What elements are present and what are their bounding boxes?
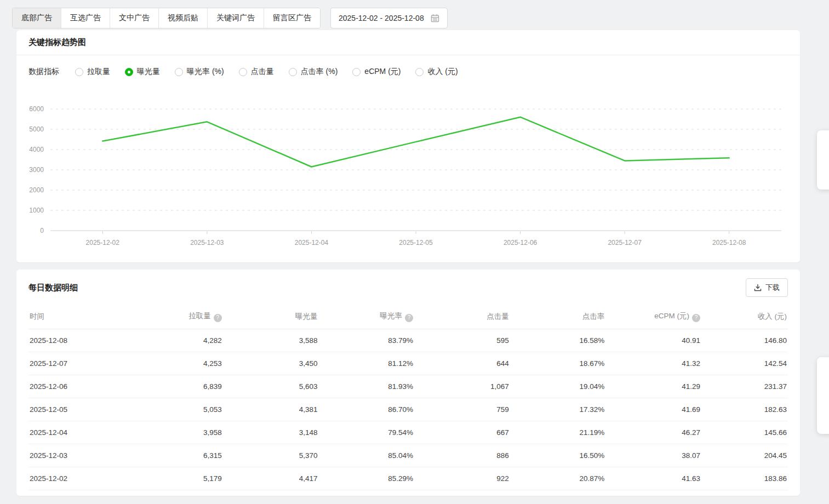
cell-value: 142.54	[701, 352, 788, 375]
download-button[interactable]: 下载	[746, 278, 788, 297]
cell-date: 2025-12-05	[28, 398, 127, 421]
cell-value: 83.79%	[318, 329, 414, 352]
metric-radio[interactable]: 曝光量	[125, 67, 160, 77]
x-axis-tick-label: 2025-12-05	[399, 239, 433, 247]
cell-value: 146.80	[701, 329, 788, 352]
cell-value: 21.19%	[510, 421, 606, 444]
radio-icon[interactable]	[75, 68, 83, 76]
cell-value: 5,179	[127, 467, 223, 490]
cell-value: 644	[414, 352, 510, 375]
metric-radio-label: 点击量	[251, 67, 274, 77]
metric-radio[interactable]: 拉取量	[75, 67, 110, 77]
y-axis-tick-label: 5000	[29, 125, 44, 133]
tab-item[interactable]: 关键词广告	[207, 8, 264, 28]
trend-card-header: 关键指标趋势图	[16, 30, 800, 55]
metric-radio-label: 收入 (元)	[427, 67, 458, 77]
y-axis-tick-label: 3000	[29, 166, 44, 174]
radio-icon[interactable]	[352, 68, 361, 76]
cell-value: 79.54%	[318, 421, 414, 444]
tab-item[interactable]: 互选广告	[61, 8, 110, 28]
download-label: 下载	[765, 283, 780, 293]
cell-value: 231.37	[701, 375, 788, 398]
table-row: 2025-12-055,0534,38186.70%75917.32%41.69…	[28, 398, 788, 421]
cell-date: 2025-12-02	[28, 467, 127, 490]
download-icon	[754, 284, 762, 291]
y-axis-tick-label: 2000	[29, 186, 44, 194]
radio-icon[interactable]	[289, 68, 297, 76]
cell-value: 85.04%	[318, 444, 414, 467]
cell-value: 145.66	[701, 421, 788, 444]
date-range-value: 2025-12-02 - 2025-12-08	[339, 14, 424, 22]
cell-value: 3,148	[223, 421, 319, 444]
cell-value: 204.45	[701, 444, 788, 467]
cell-value: 81.12%	[318, 352, 414, 375]
trend-chart: 01000200030004000500060002025-12-022025-…	[16, 96, 800, 257]
help-icon[interactable]: ?	[405, 314, 413, 322]
daily-data-table: 时间拉取量?曝光量曝光率?点击量点击率eCPM (元)?收入 (元) 2025-…	[28, 305, 788, 490]
column-header: 收入 (元)	[701, 305, 788, 329]
cell-value: 595	[414, 329, 510, 352]
radio-icon[interactable]	[175, 68, 183, 76]
tab-item[interactable]: 底部广告	[13, 8, 61, 28]
x-axis-tick-label: 2025-12-08	[712, 239, 746, 247]
cell-value: 6,315	[127, 444, 223, 467]
series-line	[102, 117, 729, 167]
date-range-picker[interactable]: 2025-12-02 - 2025-12-08	[330, 8, 448, 28]
cell-value: 4,282	[127, 329, 223, 352]
table-row: 2025-12-084,2823,58883.79%59516.58%40.91…	[28, 329, 788, 352]
cell-date: 2025-12-04	[28, 421, 127, 444]
help-icon[interactable]: ?	[214, 314, 222, 322]
radio-icon[interactable]	[125, 68, 133, 76]
daily-data-header: 每日数据明细 下载	[16, 270, 800, 302]
calendar-icon	[431, 14, 439, 22]
cell-value: 3,450	[223, 352, 319, 375]
floating-panel-bottom[interactable]	[817, 357, 829, 434]
metric-radio-label: eCPM (元)	[364, 67, 401, 77]
cell-value: 5,053	[127, 398, 223, 421]
tab-item[interactable]: 留言区广告	[264, 8, 320, 28]
cell-date: 2025-12-06	[28, 375, 127, 398]
cell-value: 41.29	[605, 375, 701, 398]
cell-value: 38.07	[605, 444, 701, 467]
trend-card: 关键指标趋势图 数据指标 拉取量曝光量曝光率 (%)点击量点击率 (%)eCPM…	[16, 30, 800, 262]
y-axis-tick-label: 1000	[29, 207, 44, 214]
daily-data-card: 每日数据明细 下载 时间拉取量?曝光量曝光率?点击量点击率eCPM (元)?收入…	[16, 270, 800, 496]
x-axis-tick-label: 2025-12-06	[504, 239, 538, 247]
floating-panel-top[interactable]	[817, 130, 829, 190]
cell-value: 6,839	[127, 375, 223, 398]
cell-value: 667	[414, 421, 510, 444]
y-axis-tick-label: 4000	[29, 146, 44, 153]
help-icon[interactable]: ?	[692, 314, 700, 322]
ad-type-tabs: 底部广告互选广告文中广告视频后贴关键词广告留言区广告	[12, 8, 321, 28]
metric-radio-label: 曝光率 (%)	[187, 67, 224, 77]
cell-value: 183.86	[701, 467, 788, 490]
metric-radio[interactable]: 点击率 (%)	[289, 67, 338, 77]
y-axis-tick-label: 6000	[29, 105, 44, 113]
metric-radio[interactable]: eCPM (元)	[352, 67, 401, 77]
radio-icon[interactable]	[239, 68, 247, 76]
tab-item[interactable]: 文中广告	[110, 8, 158, 28]
table-body: 2025-12-084,2823,58883.79%59516.58%40.91…	[28, 329, 788, 490]
column-header: 拉取量?	[127, 305, 223, 329]
cell-value: 922	[414, 467, 510, 490]
cell-value: 4,381	[223, 398, 319, 421]
topbar: 底部广告互选广告文中广告视频后贴关键词广告留言区广告 2025-12-02 - …	[12, 8, 448, 28]
metric-radio[interactable]: 曝光率 (%)	[175, 67, 224, 77]
cell-value: 41.32	[605, 352, 701, 375]
radio-icon[interactable]	[415, 68, 424, 76]
column-header: 点击量	[414, 305, 510, 329]
cell-value: 18.67%	[510, 352, 606, 375]
cell-value: 182.63	[701, 398, 788, 421]
daily-data-title: 每日数据明细	[28, 283, 78, 293]
column-header: 曝光率?	[318, 305, 414, 329]
column-header: eCPM (元)?	[605, 305, 701, 329]
cell-date: 2025-12-03	[28, 444, 127, 467]
cell-value: 4,417	[223, 467, 319, 490]
table-row: 2025-12-043,9583,14879.54%66721.19%46.27…	[28, 421, 788, 444]
tab-item[interactable]: 视频后贴	[158, 8, 207, 28]
metric-radio[interactable]: 收入 (元)	[415, 67, 458, 77]
metric-radio[interactable]: 点击量	[239, 67, 274, 77]
cell-value: 5,370	[223, 444, 319, 467]
cell-value: 5,603	[223, 375, 319, 398]
x-axis-tick-label: 2025-12-03	[190, 239, 224, 247]
